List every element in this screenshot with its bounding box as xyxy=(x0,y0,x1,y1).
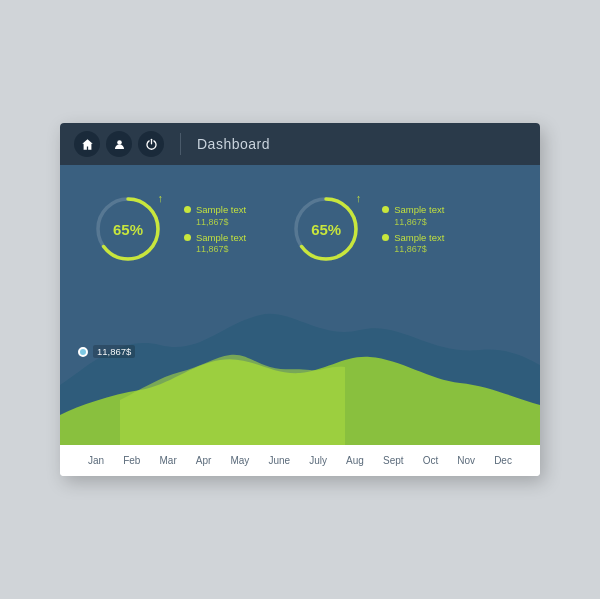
legend-value-1a: 11,867$ xyxy=(196,217,246,227)
months-bar: JanFebMarAprMayJuneJulyAugSeptOctNovDec xyxy=(60,445,540,476)
gauge-arrow-2: ↑ xyxy=(356,192,362,204)
nav-bar: Dashboard xyxy=(60,123,540,165)
month-label: Aug xyxy=(346,455,364,466)
power-icon xyxy=(145,138,158,151)
nav-title: Dashboard xyxy=(197,136,270,152)
month-label: Nov xyxy=(457,455,475,466)
legend-dot-1a xyxy=(184,206,191,213)
svg-point-0 xyxy=(117,140,122,145)
home-icon xyxy=(81,138,94,151)
data-dot xyxy=(78,347,88,357)
month-label: Apr xyxy=(196,455,212,466)
month-label: June xyxy=(268,455,290,466)
gauge-legend-2: Sample text 11,867$ Sample text 11,867$ xyxy=(382,204,444,254)
gauge-group-1: 65% ↑ Sample text 11,867$ xyxy=(88,189,246,269)
data-point: 11,867$ xyxy=(78,345,135,358)
legend-value-1b: 11,867$ xyxy=(196,244,246,254)
legend-text-1b: Sample text xyxy=(196,232,246,244)
dashboard-card: Dashboard 65% ↑ xyxy=(60,123,540,476)
gauge-arrow-1: ↑ xyxy=(158,192,164,204)
legend-value-2a: 11,867$ xyxy=(394,217,444,227)
gauge-legend-1: Sample text 11,867$ Sample text 11,867$ xyxy=(184,204,246,254)
data-value: 11,867$ xyxy=(93,345,135,358)
gauge-circle-2: 65% ↑ xyxy=(286,189,366,269)
home-icon-button[interactable] xyxy=(74,131,100,157)
gauge-circle-1: 65% ↑ xyxy=(88,189,168,269)
month-label: Jan xyxy=(88,455,104,466)
legend-text-2a: Sample text xyxy=(394,204,444,216)
legend-item-2a: Sample text 11,867$ xyxy=(382,204,444,226)
legend-item-2b: Sample text 11,867$ xyxy=(382,232,444,254)
month-label: July xyxy=(309,455,327,466)
month-label: Dec xyxy=(494,455,512,466)
month-label: Oct xyxy=(423,455,439,466)
nav-icons xyxy=(74,131,164,157)
legend-text-2b: Sample text xyxy=(394,232,444,244)
main-content: 65% ↑ Sample text 11,867$ xyxy=(60,165,540,445)
gauges-row: 65% ↑ Sample text 11,867$ xyxy=(88,189,512,269)
legend-dot-1b xyxy=(184,234,191,241)
legend-dot-2b xyxy=(382,234,389,241)
gauge-group-2: 65% ↑ Sample text 11,867$ Sample xyxy=(286,189,444,269)
month-label: Mar xyxy=(160,455,177,466)
legend-text-1a: Sample text xyxy=(196,204,246,216)
month-label: May xyxy=(230,455,249,466)
gauge-label-2: 65% xyxy=(311,221,341,238)
legend-item-1a: Sample text 11,867$ xyxy=(184,204,246,226)
month-label: Sept xyxy=(383,455,404,466)
legend-value-2b: 11,867$ xyxy=(394,244,444,254)
nav-divider xyxy=(180,133,181,155)
legend-dot-2a xyxy=(382,206,389,213)
month-label: Feb xyxy=(123,455,140,466)
user-icon-button[interactable] xyxy=(106,131,132,157)
power-icon-button[interactable] xyxy=(138,131,164,157)
user-icon xyxy=(113,138,126,151)
chart-area: 11,867$ xyxy=(60,285,540,445)
gauge-label-1: 65% xyxy=(113,221,143,238)
legend-item-1b: Sample text 11,867$ xyxy=(184,232,246,254)
